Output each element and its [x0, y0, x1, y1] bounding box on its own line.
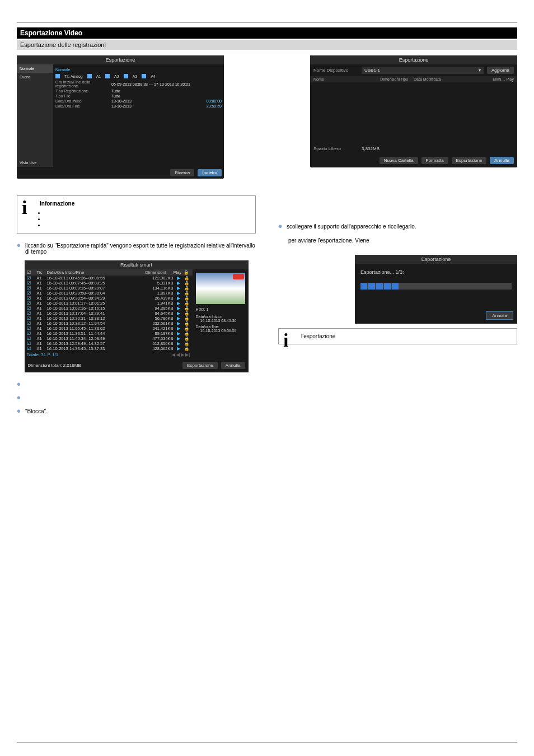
- play-icon[interactable]: ▶: [174, 276, 184, 281]
- input-end-date[interactable]: 18-10-2013: [111, 104, 207, 108]
- lock-icon[interactable]: 🔒: [184, 281, 190, 286]
- row-checkbox[interactable]: [27, 306, 37, 311]
- lock-icon[interactable]: 🔒: [184, 286, 190, 291]
- table-row[interactable]: A116-10-2013 10:30:31--10:38:1256,786KB▶…: [25, 316, 193, 321]
- sub-tab-normale[interactable]: Normale: [55, 67, 222, 73]
- play-icon[interactable]: ▶: [174, 321, 184, 326]
- play-icon[interactable]: ▶: [174, 311, 184, 316]
- play-icon[interactable]: ▶: [174, 286, 184, 291]
- label-start: Data/Ora Inizio: [55, 99, 111, 103]
- table-row[interactable]: A116-10-2013 12:59:49--14:32:57612,856KB…: [25, 341, 193, 346]
- row-checkbox[interactable]: [27, 311, 37, 316]
- smart-cancel-button[interactable]: Annulla: [221, 362, 245, 369]
- row-checkbox[interactable]: [27, 286, 37, 291]
- lock-icon[interactable]: 🔒: [184, 291, 190, 296]
- bullet-icon: •: [278, 223, 282, 229]
- checkbox-a2[interactable]: [105, 74, 110, 78]
- pager-icons[interactable]: |◀ ◀ ▶ ▶|: [171, 352, 190, 357]
- row-checkbox[interactable]: [27, 331, 37, 336]
- row-checkbox[interactable]: [27, 281, 37, 286]
- prog-title: Esportazione: [355, 255, 517, 264]
- lock-icon[interactable]: 🔒: [184, 296, 190, 301]
- play-icon[interactable]: ▶: [174, 346, 184, 351]
- format-button[interactable]: Formatta: [421, 157, 448, 164]
- left-bullet-1: liccando su "Esportazione rapida" vengon…: [25, 242, 256, 255]
- lock-icon[interactable]: 🔒: [184, 331, 190, 336]
- table-row[interactable]: A116-10-2013 11:05:45--11:33:02241,421KB…: [25, 326, 193, 331]
- new-folder-button[interactable]: Nuova Cartella: [380, 157, 418, 164]
- smart-export-button[interactable]: Esportazione: [182, 362, 218, 369]
- row-checkbox[interactable]: [27, 326, 37, 331]
- play-icon[interactable]: ▶: [174, 316, 184, 321]
- drop-rectype[interactable]: Tutto: [111, 89, 222, 93]
- play-icon[interactable]: ▶: [174, 326, 184, 331]
- row-checkbox[interactable]: [27, 346, 37, 351]
- row-checkbox[interactable]: [27, 341, 37, 346]
- refresh-button[interactable]: Aggiorna: [487, 67, 514, 74]
- lock-icon[interactable]: 🔒: [184, 341, 190, 346]
- screenshot-export-filter: Esportazione Normale Eventi Vista Live N…: [17, 55, 224, 179]
- lock-icon[interactable]: 🔒: [184, 326, 190, 331]
- table-row[interactable]: A116-10-2013 10:17:04--10:29:4184,645KB▶…: [25, 311, 193, 316]
- table-row[interactable]: A116-10-2013 10:02:16--10:16:1594,385KB▶…: [25, 306, 193, 311]
- table-row[interactable]: A116-10-2013 11:45:34--12:58:49477,534KB…: [25, 336, 193, 341]
- row-checkbox[interactable]: [27, 301, 37, 306]
- sidebar-eventi[interactable]: Eventi: [17, 73, 53, 81]
- start-lbl: Data/ora inizio:: [196, 315, 245, 319]
- row-checkbox[interactable]: [27, 276, 37, 281]
- export-button[interactable]: Esportazione: [452, 157, 487, 164]
- table-row[interactable]: A116-10-2013 11:33:51--11:44:4489,187KB▶…: [25, 331, 193, 336]
- sidebar-normale[interactable]: Normale: [17, 64, 53, 73]
- checkbox-tlc[interactable]: [55, 74, 60, 78]
- row-checkbox[interactable]: [27, 321, 37, 326]
- prog-cancel-button[interactable]: Annulla: [486, 312, 513, 319]
- table-row[interactable]: A116-10-2013 09:09:15--09:29:07134,116KB…: [25, 286, 193, 291]
- drop-filetype[interactable]: Tutto: [111, 94, 222, 98]
- row-checkbox[interactable]: [27, 316, 37, 321]
- row-checkbox[interactable]: [27, 296, 37, 301]
- lock-icon[interactable]: 🔒: [184, 336, 190, 341]
- play-icon[interactable]: ▶: [174, 291, 184, 296]
- input-start-time[interactable]: 00:00:00: [207, 99, 222, 103]
- table-row[interactable]: A116-10-2013 10:01:17--10:01:251,941KB▶🔒: [25, 301, 193, 306]
- lock-icon[interactable]: 🔒: [184, 321, 190, 326]
- play-icon[interactable]: ▶: [174, 296, 184, 301]
- back-button[interactable]: Indietro: [198, 169, 222, 176]
- play-icon[interactable]: ▶: [174, 306, 184, 311]
- row-size: 134,116KB: [146, 286, 174, 291]
- play-icon[interactable]: ▶: [174, 281, 184, 286]
- input-end-time[interactable]: 23:59:59: [207, 104, 222, 108]
- input-start-date[interactable]: 18-10-2013: [111, 99, 207, 103]
- free-space-label: Spazio Libero: [313, 146, 358, 151]
- table-row[interactable]: A116-10-2013 14:33:45--15:37:33428,062KB…: [25, 346, 193, 351]
- table-row[interactable]: A116-10-2013 09:30:54--09:34:2926,439KB▶…: [25, 296, 193, 301]
- lock-icon[interactable]: 🔒: [184, 276, 190, 281]
- checkbox-a3[interactable]: [124, 74, 128, 78]
- play-icon[interactable]: ▶: [174, 301, 184, 306]
- lock-icon[interactable]: 🔒: [184, 316, 190, 321]
- play-icon[interactable]: ▶: [174, 331, 184, 336]
- lock-icon[interactable]: 🔒: [184, 306, 190, 311]
- table-row[interactable]: A116-10-2013 09:29:58--09:30:041,897KB▶🔒: [25, 291, 193, 296]
- sidebar-vistalive[interactable]: Vista Live: [17, 158, 53, 167]
- search-button[interactable]: Ricerca: [170, 169, 194, 176]
- lock-icon[interactable]: 🔒: [184, 311, 190, 316]
- row-checkbox[interactable]: [27, 336, 37, 341]
- cancel-button[interactable]: Annulla: [490, 157, 514, 164]
- checkbox-a1[interactable]: [87, 74, 92, 78]
- row-checkbox[interactable]: [27, 291, 37, 296]
- lock-icon[interactable]: 🔒: [184, 346, 190, 351]
- row-channel: A1: [37, 291, 47, 296]
- play-icon[interactable]: ▶: [174, 341, 184, 346]
- col-actions: Elimi… Play: [480, 77, 514, 81]
- play-icon[interactable]: ▶: [174, 336, 184, 341]
- checkbox-a4[interactable]: [142, 74, 146, 78]
- table-row[interactable]: A116-10-2013 08:45:36--09:06:55122,902KB…: [25, 276, 193, 281]
- lock-icon[interactable]: 🔒: [184, 301, 190, 306]
- col-name: Nome: [313, 77, 380, 81]
- row-channel: A1: [37, 306, 47, 311]
- table-row[interactable]: A116-10-2013 10:38:12--11:04:54232,561KB…: [25, 321, 193, 326]
- info-box-1: i Informazione: [17, 195, 256, 234]
- table-row[interactable]: A116-10-2013 09:07:45--09:08:255,331KB▶🔒: [25, 281, 193, 286]
- device-dropdown[interactable]: USB1-1▾: [362, 67, 484, 74]
